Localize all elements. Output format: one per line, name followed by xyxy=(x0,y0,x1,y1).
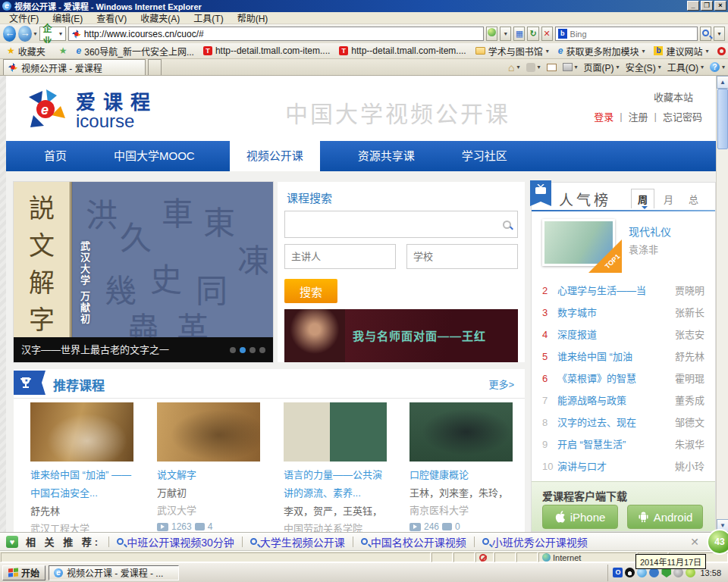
web-search-input[interactable] xyxy=(570,30,695,39)
android-download-button[interactable]: Android xyxy=(627,505,703,529)
top-course-thumbnail[interactable]: TOP1 xyxy=(542,219,615,266)
ranking-top-item[interactable]: TOP1 现代礼仪 袁涤非 xyxy=(542,219,706,274)
favorite-folder-library[interactable]: 学术与图书馆▾ xyxy=(473,44,551,58)
feeds-button[interactable]: ▾ xyxy=(526,63,541,72)
course-title-link[interactable]: 口腔健康概论 xyxy=(410,466,513,484)
taskbar-clock[interactable]: 13:58 xyxy=(698,568,721,577)
course-thumbnail[interactable] xyxy=(157,402,260,462)
close-button[interactable]: × xyxy=(714,1,726,11)
favorite-link-railway[interactable]: 铁路客户服务中心 xyxy=(715,44,728,58)
related-link[interactable]: 中班公开课视频30分钟 xyxy=(117,534,234,549)
tab-total[interactable]: 总 xyxy=(682,189,704,208)
qq-tray-icon[interactable] xyxy=(625,568,635,577)
scrollbar-thumb[interactable] xyxy=(717,89,728,149)
favorite-link-suggested[interactable]: b建议网站▾ xyxy=(651,44,711,58)
history-dropdown-icon[interactable]: ▾ xyxy=(34,30,37,37)
course-link[interactable]: 深度报道 xyxy=(557,329,597,340)
nav-home[interactable]: 首页 xyxy=(35,141,76,171)
related-link[interactable]: 大学生视频公开课 xyxy=(250,534,345,549)
start-button[interactable]: 开始 xyxy=(2,565,46,580)
favorite-link-360[interactable]: e360导航_新一代安全上网... xyxy=(74,44,196,58)
search-button[interactable]: 搜索 xyxy=(284,279,337,303)
add-favorite-button[interactable]: ★ xyxy=(57,45,70,57)
url-input[interactable] xyxy=(84,29,480,39)
menu-help[interactable]: 帮助(H) xyxy=(231,11,275,25)
refresh-button[interactable]: ↻ xyxy=(527,27,538,41)
page-menu[interactable]: 页面(P)▾ xyxy=(584,61,620,74)
iphone-download-button[interactable]: iPhone xyxy=(542,505,618,529)
accelerator-ball[interactable]: 43 xyxy=(707,529,728,555)
address-dropdown-icon[interactable]: ▾ xyxy=(500,27,511,41)
course-title-link[interactable]: 语言的力量——公共演讲的源流、素养... xyxy=(284,466,387,502)
compat-ball-icon[interactable] xyxy=(486,27,497,41)
school-input[interactable] xyxy=(406,244,518,269)
course-link[interactable]: 心理学与生活——当 xyxy=(557,285,646,296)
nav-mooc[interactable]: 中国大学MOOC xyxy=(105,141,204,171)
related-link[interactable]: 小班优秀公开课视频 xyxy=(482,534,588,549)
tab-week[interactable]: 周 xyxy=(631,189,654,208)
stop-button[interactable]: ✕ xyxy=(541,27,553,41)
course-link[interactable]: 汉字的过去、现在 xyxy=(557,417,636,428)
minimize-button[interactable]: _ xyxy=(687,1,699,11)
course-link[interactable]: 谁来给中国 “加油 xyxy=(557,351,632,362)
taskbar-task-ie[interactable]: e 视频公开课 - 爱课程 - ... xyxy=(49,565,179,580)
carousel-dot[interactable] xyxy=(230,347,236,353)
course-card[interactable]: 语言的力量——公共演讲的源流、素养... 李双，贺严，王英钰， 中国劳动关系学院 xyxy=(284,402,387,537)
search-options-icon[interactable]: ▾ xyxy=(714,27,725,41)
tray-app-icon[interactable]: O xyxy=(613,568,623,577)
menu-file[interactable]: 文件(F) xyxy=(3,11,45,25)
course-link[interactable]: 开启 “智慧生活” xyxy=(557,439,626,450)
course-thumbnail[interactable] xyxy=(410,402,513,462)
favorites-button[interactable]: ★收藏夹 xyxy=(5,44,48,58)
vertical-scrollbar[interactable]: ▲ ▼ xyxy=(716,76,728,532)
carousel-dot[interactable] xyxy=(259,347,265,353)
safety-menu[interactable]: 安全(S)▾ xyxy=(626,61,661,74)
menu-view[interactable]: 查看(V) xyxy=(90,11,133,25)
help-menu[interactable]: ?▾ xyxy=(710,62,725,72)
course-card[interactable]: 口腔健康概论 王林，刘来奎，朱玲， 南京医科大学 246 0 xyxy=(410,402,513,532)
register-link[interactable]: 注册 xyxy=(629,109,648,124)
menu-tools[interactable]: 工具(T) xyxy=(187,11,229,25)
search-icon[interactable] xyxy=(503,221,511,229)
carousel-dot[interactable] xyxy=(249,347,256,353)
course-title-link[interactable]: 谁来给中国 “加油” ——中国石油安全... xyxy=(30,466,133,502)
new-tab-button[interactable] xyxy=(148,59,162,75)
carousel[interactable]: 洪久 車東 幾史 同凍 蟲革 説文解字 武汉大学 万献初 汉字——世界上最古老的… xyxy=(14,182,273,362)
login-link[interactable]: 登录 xyxy=(594,109,613,124)
favorite-link-tmall-1[interactable]: Thttp--detail.tmall.com-item.... xyxy=(201,45,332,57)
forgot-password-link[interactable]: 忘记密码 xyxy=(663,109,702,124)
course-title-link[interactable]: 说文解字 xyxy=(157,466,260,484)
carousel-dots[interactable] xyxy=(230,347,265,353)
scroll-up-arrow[interactable]: ▲ xyxy=(717,76,728,89)
teacher-input[interactable] xyxy=(284,244,396,269)
course-card[interactable]: 说文解字 万献初 武汉大学 1263 4 xyxy=(157,402,260,532)
home-button[interactable]: ⌂▾ xyxy=(508,61,519,74)
carousel-dot-active[interactable] xyxy=(240,347,246,353)
video-banner[interactable]: 我与名师面对面——王红 xyxy=(284,309,518,362)
compat-view-button[interactable]: ▦ xyxy=(513,27,525,41)
forward-button[interactable]: → xyxy=(18,26,31,42)
nav-video-open-course[interactable]: 视频公开课 xyxy=(230,141,320,171)
nav-community[interactable]: 学习社区 xyxy=(453,141,516,171)
tab-month[interactable]: 月 xyxy=(657,189,679,208)
favorite-link-tmall-2[interactable]: Thttp--detail.tmall.com-item.... xyxy=(337,45,468,57)
nav-resource-share[interactable]: 资源共享课 xyxy=(349,141,424,171)
print-button[interactable]: ▾ xyxy=(563,63,578,71)
restore-button[interactable]: ❐ xyxy=(701,1,713,11)
course-card[interactable]: 谁来给中国 “加油” ——中国石油安全... 舒先林 武汉工程大学 xyxy=(30,402,133,537)
course-link[interactable]: 能源战略与政策 xyxy=(557,395,626,406)
course-link[interactable]: 演讲与口才 xyxy=(557,461,607,472)
course-thumbnail[interactable] xyxy=(30,402,133,462)
favorite-link-addons[interactable]: e获取更多附加模块▾ xyxy=(556,44,648,58)
read-mail-button[interactable] xyxy=(547,64,557,71)
course-link[interactable]: 数字城市 xyxy=(557,307,597,318)
back-button[interactable]: ← xyxy=(3,26,16,42)
zone-button[interactable]: 企业▾ xyxy=(39,27,66,41)
favorite-site-link[interactable]: 收藏本站 xyxy=(654,89,693,104)
menu-favorites[interactable]: 收藏夹(A) xyxy=(134,11,186,25)
related-link[interactable]: 中国名校公开课视频 xyxy=(361,534,466,549)
browser-tab-active[interactable]: 视频公开课 - 爱课程 xyxy=(3,59,146,75)
top-course-title[interactable]: 现代礼仪 xyxy=(629,224,671,239)
more-link[interactable]: 更多> xyxy=(488,377,514,391)
tools-menu[interactable]: 工具(O)▾ xyxy=(667,61,704,74)
